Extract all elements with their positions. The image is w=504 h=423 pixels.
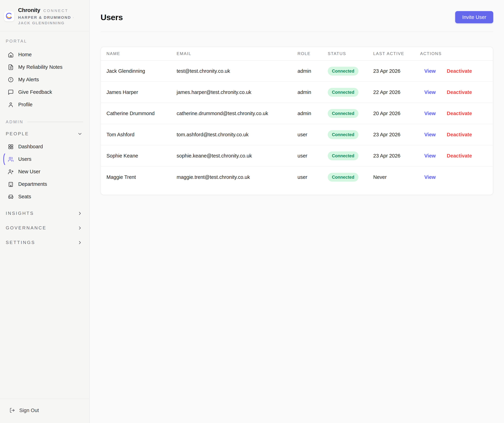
status-badge: Connected	[328, 109, 359, 118]
user-role: user	[298, 153, 328, 159]
brand-subtitle: HARPER & DRUMMOND · JACK GLENDINNING	[18, 15, 84, 26]
row-actions: View Deactivate	[420, 153, 493, 159]
dashboard-grid-icon	[8, 144, 14, 150]
status-badge: Connected	[328, 67, 359, 76]
chronity-logo-icon	[4, 11, 14, 21]
settings-group-header[interactable]: SETTINGS	[0, 238, 90, 247]
sidebar-item-label: Home	[18, 52, 32, 58]
user-role: user	[298, 174, 328, 180]
table-row: Tom Ashford tom.ashford@test.chronity.co…	[101, 124, 493, 145]
sidebar-item-label: Dashboard	[18, 144, 43, 149]
status-badge: Connected	[328, 130, 359, 139]
main-content: Users Invite User NAME EMAIL ROLE STATUS…	[90, 0, 504, 423]
view-link[interactable]: View	[424, 174, 436, 180]
insights-group-header[interactable]: INSIGHTS	[0, 209, 90, 218]
deactivate-link[interactable]: Deactivate	[447, 153, 472, 159]
users-table-card: NAME EMAIL ROLE STATUS LAST ACTIVE ACTIO…	[101, 47, 493, 195]
sidebar-item-label: My Reliability Notes	[18, 64, 63, 70]
alert-circle-icon	[8, 77, 14, 83]
user-name: Jack Glendinning	[107, 68, 177, 74]
view-link[interactable]: View	[424, 68, 436, 74]
column-header-actions: ACTIONS	[420, 51, 493, 56]
column-header-name: NAME	[107, 51, 177, 56]
page-title: Users	[101, 12, 123, 22]
sidebar-item-my-alerts[interactable]: My Alerts	[0, 73, 90, 86]
active-item-indicator	[3, 154, 5, 165]
sidebar-item-label: Departments	[18, 181, 47, 187]
status-badge: Connected	[328, 151, 359, 160]
sidebar-item-seats[interactable]: Seats	[0, 191, 90, 203]
row-actions: View Deactivate	[420, 132, 493, 137]
portal-section-label: PORTAL	[6, 38, 90, 45]
column-header-role: ROLE	[298, 51, 328, 56]
user-email: james.harper@test.chronity.co.uk	[177, 89, 298, 95]
table-row: Sophie Keane sophie.keane@test.chronity.…	[101, 145, 493, 167]
governance-group-header[interactable]: GOVERNANCE	[0, 224, 90, 232]
user-email: test@test.chronity.co.uk	[177, 68, 298, 74]
table-row: Catherine Drummond catherine.drummond@te…	[101, 103, 493, 124]
last-active: 20 Apr 2026	[373, 111, 420, 116]
brand-product: CONNECT	[43, 8, 68, 13]
sidebar-item-departments[interactable]: Departments	[0, 178, 90, 191]
user-role: user	[298, 132, 328, 137]
sidebar-item-profile[interactable]: Profile	[0, 98, 90, 111]
users-icon	[8, 156, 14, 162]
row-actions: View Deactivate	[420, 68, 493, 74]
sidebar-item-label: Give Feedback	[18, 89, 52, 95]
deactivate-link[interactable]: Deactivate	[447, 89, 472, 95]
table-row: Jack Glendinning test@test.chronity.co.u…	[101, 61, 493, 82]
user-name: James Harper	[107, 89, 177, 95]
sidebar-item-my-reliability-notes[interactable]: My Reliability Notes	[0, 61, 90, 73]
user-role: admin	[298, 111, 328, 116]
people-group-items: Dashboard Users New User Department	[0, 140, 90, 203]
sidebar-item-label: Seats	[18, 194, 31, 200]
column-header-status: STATUS	[328, 51, 373, 56]
person-icon	[8, 102, 14, 108]
table-header-row: NAME EMAIL ROLE STATUS LAST ACTIVE ACTIO…	[101, 47, 493, 61]
user-email: maggie.trent@test.chronity.co.uk	[177, 174, 298, 180]
sidebar-item-label: Users	[18, 156, 31, 162]
sign-out-button[interactable]: Sign Out	[0, 405, 90, 416]
brand-name: Chronity	[18, 7, 40, 13]
chevron-right-icon	[77, 225, 83, 231]
sidebar-item-give-feedback[interactable]: Give Feedback	[0, 86, 90, 98]
view-link[interactable]: View	[424, 153, 436, 159]
brand-separator: ·	[72, 15, 74, 20]
sofa-icon	[8, 194, 14, 200]
user-email: catherine.drummond@test.chronity.co.uk	[177, 111, 298, 116]
table-row: James Harper james.harper@test.chronity.…	[101, 82, 493, 103]
admin-section-label: ADMIN	[6, 119, 24, 124]
brand-text: Chronity CONNECT HARPER & DRUMMOND · JAC…	[18, 7, 84, 26]
invite-user-button[interactable]: Invite User	[455, 11, 493, 23]
status-badge: Connected	[328, 88, 359, 97]
sidebar-item-users[interactable]: Users	[0, 153, 90, 166]
deactivate-link[interactable]: Deactivate	[447, 132, 472, 137]
user-role: admin	[298, 68, 328, 74]
user-role: admin	[298, 89, 328, 95]
last-active: 23 Apr 2026	[373, 153, 420, 159]
row-actions: View Deactivate	[420, 111, 493, 116]
chevron-right-icon	[77, 211, 83, 216]
sidebar-item-label: Profile	[18, 102, 32, 107]
column-header-last-active: LAST ACTIVE	[373, 51, 420, 56]
document-icon	[8, 64, 14, 70]
view-link[interactable]: View	[424, 132, 436, 137]
row-actions: View	[420, 174, 493, 180]
people-group-header[interactable]: PEOPLE	[0, 130, 90, 138]
view-link[interactable]: View	[424, 89, 436, 95]
sidebar-item-new-user[interactable]: New User	[0, 166, 90, 178]
last-active: 23 Apr 2026	[373, 68, 420, 74]
sidebar-item-label: My Alerts	[18, 77, 39, 83]
chevron-right-icon	[77, 240, 83, 245]
admin-divider-line	[27, 122, 83, 122]
deactivate-link[interactable]: Deactivate	[447, 68, 472, 74]
admin-section-divider: ADMIN	[0, 118, 90, 126]
sidebar-item-home[interactable]: Home	[0, 48, 90, 61]
speech-bubble-icon	[8, 89, 14, 95]
view-link[interactable]: View	[424, 111, 436, 116]
sidebar-item-dashboard[interactable]: Dashboard	[0, 140, 90, 153]
deactivate-link[interactable]: Deactivate	[447, 111, 472, 116]
sidebar: Chronity CONNECT HARPER & DRUMMOND · JAC…	[0, 0, 90, 423]
people-group-label: PEOPLE	[6, 131, 29, 137]
brand-header: Chronity CONNECT HARPER & DRUMMOND · JAC…	[0, 0, 90, 31]
